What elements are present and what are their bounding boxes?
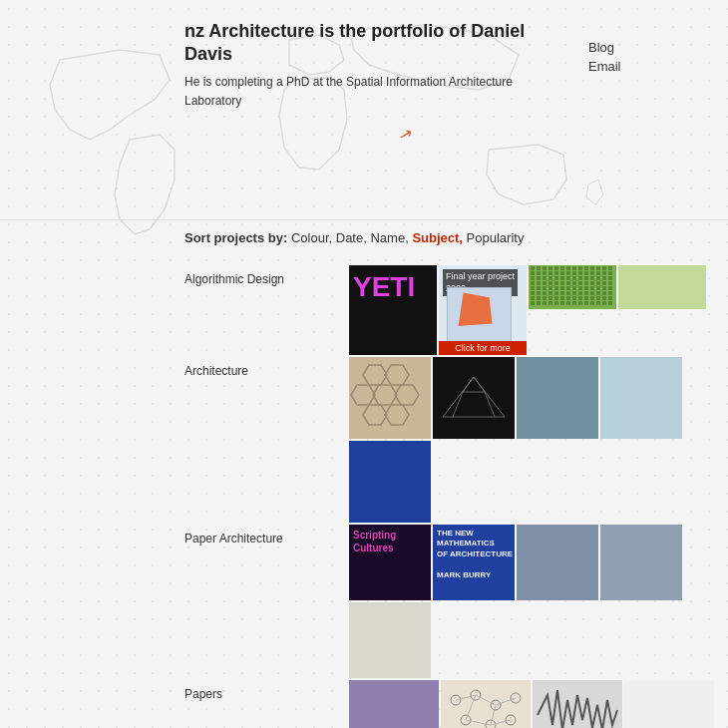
svg-rect-111: [602, 301, 606, 305]
svg-rect-49: [566, 281, 570, 285]
svg-rect-83: [602, 291, 606, 295]
svg-rect-56: [608, 281, 612, 285]
thumb-algorithmic-design-1[interactable]: Final year project 2009Click for more: [439, 265, 527, 355]
thumb-algorithmic-design-0[interactable]: YETI: [349, 265, 437, 355]
svg-rect-80: [584, 291, 588, 295]
svg-rect-42: [608, 276, 612, 280]
svg-rect-30: [537, 276, 541, 280]
svg-rect-18: [548, 271, 552, 275]
wireframe-svg: [433, 357, 515, 439]
category-label-architecture[interactable]: Architecture: [184, 357, 349, 523]
thumb-paper-architecture-2[interactable]: [517, 525, 598, 600]
thumb-architecture-4[interactable]: [349, 441, 431, 523]
thumb-architecture-1[interactable]: [433, 357, 515, 439]
svg-rect-50: [572, 281, 576, 285]
svg-rect-68: [596, 286, 600, 290]
svg-rect-21: [566, 271, 570, 275]
thumb-algorithmic-design-3[interactable]: [618, 265, 706, 309]
sort-subject[interactable]: Subject,: [412, 230, 463, 245]
svg-rect-79: [578, 291, 582, 295]
svg-rect-130: [441, 680, 531, 728]
svg-rect-64: [572, 286, 576, 290]
svg-rect-109: [590, 301, 594, 305]
svg-rect-98: [608, 296, 612, 300]
svg-rect-88: [548, 296, 552, 300]
categories-sidebar: [20, 265, 184, 728]
sort-name[interactable]: Name,: [370, 230, 408, 245]
svg-rect-106: [572, 301, 576, 305]
svg-rect-58: [537, 286, 541, 290]
svg-rect-53: [590, 281, 594, 285]
svg-rect-3: [543, 266, 546, 270]
svg-rect-46: [548, 281, 552, 285]
category-row-papers: Papers: [184, 680, 728, 728]
svg-rect-92: [572, 296, 576, 300]
site-title: nz Architecture is the portfolio of Dani…: [184, 20, 568, 67]
svg-rect-15: [531, 271, 535, 275]
svg-rect-76: [560, 291, 564, 295]
svg-rect-89: [554, 296, 558, 300]
svg-rect-47: [554, 281, 558, 285]
svg-rect-4: [548, 266, 552, 270]
svg-rect-95: [590, 296, 594, 300]
svg-rect-82: [596, 291, 600, 295]
svg-rect-72: [537, 291, 541, 295]
sort-popularity[interactable]: Popularity: [467, 230, 525, 245]
thumb-text-paper-architecture-1: THE NEW MATHEMATICS OF ARCHITECTURE MARK…: [437, 529, 513, 580]
sort-date[interactable]: Date,: [336, 230, 367, 245]
header-section: nz Architecture is the portfolio of Dani…: [0, 0, 728, 219]
email-link[interactable]: Email: [588, 59, 621, 74]
thumb-architecture-2[interactable]: [517, 357, 598, 439]
grasshopper-diagram-svg: [441, 680, 531, 728]
thumb-papers-2[interactable]: [533, 680, 622, 728]
thumb-inner-algorithmic-design-1: [447, 287, 512, 342]
svg-rect-10: [584, 266, 588, 270]
svg-rect-73: [543, 291, 546, 295]
svg-rect-87: [543, 296, 546, 300]
svg-rect-11: [590, 266, 594, 270]
thumb-paper-architecture-0[interactable]: Scripting Cultures: [349, 525, 431, 600]
thumb-paper-architecture-1[interactable]: THE NEW MATHEMATICS OF ARCHITECTURE MARK…: [433, 525, 515, 600]
svg-rect-112: [608, 301, 612, 305]
svg-rect-110: [596, 301, 600, 305]
category-label-algorithmic-design[interactable]: Algorithmic Design: [184, 265, 349, 355]
blog-link[interactable]: Blog: [588, 40, 614, 55]
category-label-paper-architecture[interactable]: Paper Architecture: [184, 525, 349, 678]
svg-rect-108: [584, 301, 588, 305]
waveform-svg: [533, 680, 622, 728]
svg-rect-35: [566, 276, 570, 280]
svg-rect-41: [602, 276, 606, 280]
thumb-papers-0[interactable]: [349, 680, 439, 728]
thumb-papers-3[interactable]: [624, 680, 714, 728]
svg-rect-33: [554, 276, 558, 280]
svg-rect-105: [566, 301, 570, 305]
svg-rect-107: [578, 301, 582, 305]
sort-label: Sort projects by:: [184, 230, 287, 245]
svg-rect-63: [566, 286, 570, 290]
svg-rect-70: [608, 286, 612, 290]
svg-rect-86: [537, 296, 541, 300]
click-for-more-algorithmic-design-1[interactable]: Click for more: [439, 341, 527, 355]
svg-rect-103: [554, 301, 558, 305]
thumb-papers-1[interactable]: [441, 680, 531, 728]
svg-rect-23: [578, 271, 582, 275]
sort-colour[interactable]: Colour,: [291, 230, 332, 245]
svg-rect-44: [537, 281, 541, 285]
thumb-paper-architecture-4[interactable]: [349, 602, 431, 678]
thumb-architecture-3[interactable]: [600, 357, 682, 439]
svg-rect-91: [566, 296, 570, 300]
svg-rect-113: [349, 357, 431, 439]
thumb-paper-architecture-3[interactable]: [600, 525, 682, 600]
thumb-algorithmic-design-2[interactable]: [529, 265, 616, 309]
svg-rect-34: [560, 276, 564, 280]
svg-rect-9: [578, 266, 582, 270]
svg-rect-5: [554, 266, 558, 270]
shape-1: [459, 293, 493, 327]
thumb-architecture-0[interactable]: [349, 357, 431, 439]
svg-rect-39: [590, 276, 594, 280]
category-label-papers[interactable]: Papers: [184, 680, 349, 728]
svg-rect-38: [584, 276, 588, 280]
svg-rect-102: [548, 301, 552, 305]
site-description: He is completing a PhD at the Spatial In…: [184, 73, 568, 111]
svg-rect-100: [537, 301, 541, 305]
